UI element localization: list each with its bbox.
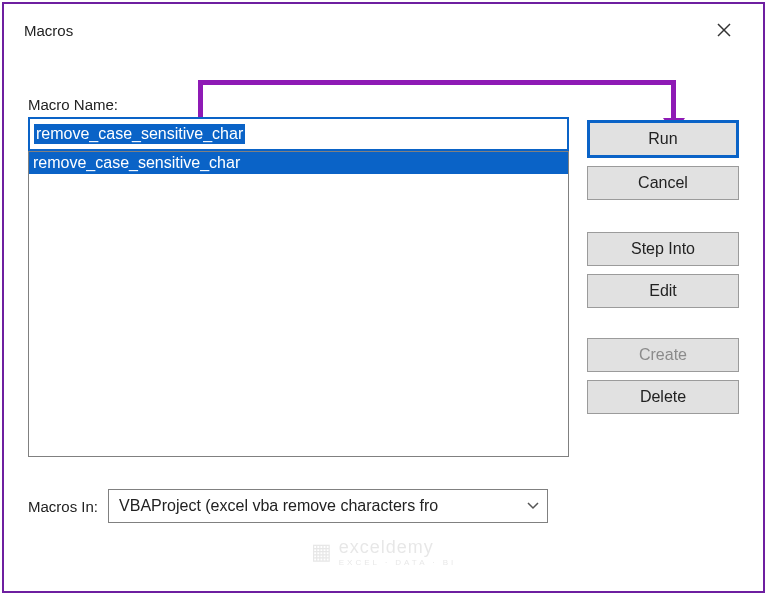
macros-dialog: Macros Macro Name: remove_case_sensitive… (12, 10, 755, 583)
macros-in-label: Macros In: (28, 498, 98, 515)
delete-button[interactable]: Delete (587, 380, 739, 414)
list-item[interactable]: remove_case_sensitive_char (29, 152, 568, 174)
close-icon (717, 23, 731, 37)
macro-list[interactable]: remove_case_sensitive_char (28, 151, 569, 457)
run-button[interactable]: Run (587, 120, 739, 158)
annotation-frame: Macros Macro Name: remove_case_sensitive… (2, 2, 765, 593)
create-button: Create (587, 338, 739, 372)
macros-in-select[interactable]: VBAProject (excel vba remove characters … (108, 489, 548, 523)
macro-name-input-text: remove_case_sensitive_char (34, 124, 245, 144)
macro-name-label: Macro Name: (28, 96, 569, 113)
window-title: Macros (24, 22, 73, 39)
titlebar: Macros (12, 10, 755, 50)
macros-in-value: VBAProject (excel vba remove characters … (119, 497, 438, 515)
dialog-content: Macro Name: remove_case_sensitive_char r… (12, 50, 755, 595)
edit-button[interactable]: Edit (587, 274, 739, 308)
step-into-button[interactable]: Step Into (587, 232, 739, 266)
close-button[interactable] (701, 13, 747, 47)
macro-name-input[interactable]: remove_case_sensitive_char (28, 117, 569, 151)
cancel-button[interactable]: Cancel (587, 166, 739, 200)
chevron-down-icon (527, 499, 539, 513)
